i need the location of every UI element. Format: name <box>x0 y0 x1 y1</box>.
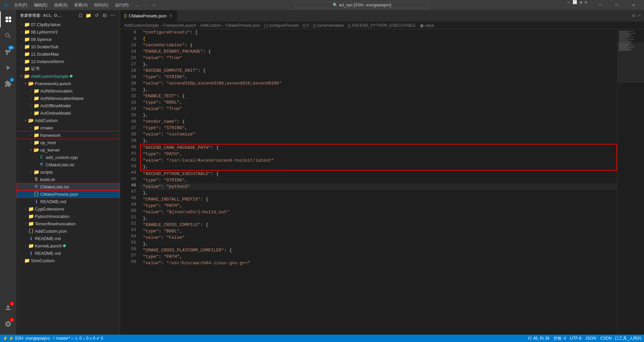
sidebar-item-AddCustom[interactable]: ∨ 📂 AddCustom <box>16 117 120 124</box>
collapse-all-icon[interactable]: ⊟ <box>102 13 108 18</box>
search-activity-icon[interactable] <box>0 27 16 44</box>
breadcrumb-AddCustomSample[interactable]: AddCustomSample <box>124 23 159 28</box>
code-line-47[interactable]: }, <box>140 190 617 196</box>
code-line-54[interactable]: "value": "False" <box>140 234 617 241</box>
run-activity-icon[interactable] <box>0 60 16 76</box>
sidebar-item-LpNormV2[interactable]: › 📁 08.LpNormV2 <box>16 28 120 36</box>
code-line-9[interactable]: { <box>140 36 617 42</box>
ssh-status-item[interactable]: ⚡ ⚡ SSH: orangepiaipro <box>3 336 50 341</box>
menu-run[interactable]: 运行(R) <box>112 2 131 9</box>
breadcrumb-value[interactable]: ▣ value <box>420 23 434 28</box>
code-line-44[interactable]: "ASCEND_PYTHON_EXECUTABLE": { <box>140 171 617 177</box>
code-line-53[interactable]: "type": "BOOL", <box>140 228 617 234</box>
explorer-activity-icon[interactable] <box>0 11 16 27</box>
sidebar-item-add_custom_cpp[interactable]: C add_custom.cpp <box>16 154 120 161</box>
code-line-46[interactable]: "value": "python3" <box>140 183 617 190</box>
menu-edit[interactable]: 编辑(E) <box>31 2 50 9</box>
title-search-box[interactable]: 🔍 acl_ops [SSH: orangepiaipro] <box>295 2 429 8</box>
sidebar-item-ScatterMax[interactable]: › 📁 11.ScatterMax <box>16 50 120 58</box>
code-line-41[interactable]: "type": "PATH", <box>140 151 617 157</box>
sidebar-item-README_md2[interactable]: ℹ README.md <box>16 235 120 242</box>
language-item[interactable]: JSON <box>585 336 596 341</box>
sidebar-item-CMakeLists[interactable]: M CMakeLists.txt <box>16 183 120 190</box>
sidebar-item-InstanceNorm[interactable]: › 📁 12.InstanceNorm <box>16 58 120 65</box>
breadcrumb-ASCEND_PYTHON_EXECUTABLE[interactable]: {} ASCEND_PYTHON_EXECUTABLE <box>348 23 416 28</box>
sidebar-item-AddCustomSample[interactable]: ∨ 📂 AddCustomSample <box>16 72 120 80</box>
breadcrumb-FrameworkLaunch[interactable]: FrameworkLaunch <box>163 23 196 28</box>
code-line-32[interactable]: "ENABLE_TEST": { <box>140 93 617 99</box>
new-file-icon[interactable]: 🗋 <box>77 13 84 18</box>
sidebar-item-cmake[interactable]: › 📁 cmake <box>16 124 120 131</box>
code-line-38[interactable]: "value": "customize" <box>140 131 617 137</box>
settings-activity-icon[interactable]: 1 <box>0 316 16 332</box>
sidebar-item-op_kernel[interactable]: ∨ 📂 op_kernel <box>16 146 120 154</box>
code-line-30[interactable]: "value": "ascend310p;ascend310b;ascend91… <box>140 80 617 87</box>
code-line-42[interactable]: "value": "/usr/local/Ascend/ascend-toolk… <box>140 157 617 164</box>
layout-icon-1[interactable]: ▭ <box>568 0 570 10</box>
code-line-50[interactable]: "value": "${sourceDir}/build_out" <box>140 209 617 215</box>
minimap[interactable] <box>617 29 644 335</box>
refresh-icon[interactable]: ↺ <box>94 13 100 18</box>
code-line-34[interactable]: "value": "True" <box>140 106 617 112</box>
sidebar-item-AclOnlineModel[interactable]: › 📁 AclOnlineModel <box>16 109 120 117</box>
sidebar-item-TensorflowInvocation[interactable]: › 📁 TensorflowInvocation <box>16 220 120 227</box>
layout-icon-2[interactable]: ⬜ <box>573 0 577 10</box>
code-line-55[interactable]: }, <box>140 241 617 247</box>
menu-more[interactable]: ... <box>132 2 141 8</box>
sidebar-item-AddCustom_json[interactable]: {} AddCustom.json <box>16 227 120 235</box>
sidebar-item-Spence[interactable]: › 📁 09.Spence <box>16 36 120 43</box>
code-line-27[interactable]: }, <box>140 61 617 67</box>
code-line-24[interactable]: "ENABLE_BINARY_PACKAGE": { <box>140 48 617 55</box>
maximize-button[interactable]: □ <box>609 0 625 10</box>
code-line-48[interactable]: "CMAKE_INSTALL_PREFIX": { <box>140 196 617 203</box>
code-line-51[interactable]: }, <box>140 215 617 222</box>
sidebar-item-CMakePresets[interactable]: {} CMakePresets.json <box>16 190 120 198</box>
code-line-8[interactable]: "configurePresets": [ <box>140 29 617 36</box>
sidebar-item-KernelLaunch[interactable]: › 📁 KernelLaunch <box>16 242 120 249</box>
sidebar-item-op_host[interactable]: › 📁 op_host <box>16 139 120 146</box>
breadcrumb-cacheVariables[interactable]: {} cacheVariables <box>313 23 344 28</box>
sidebar-item-ScatterSub[interactable]: › 📁 10.ScatterSub <box>16 43 120 50</box>
sidebar-item-PytorchInvocation[interactable]: › 📁 PytorchInvocation <box>16 213 120 220</box>
sidebar-item-AclOfflineModel[interactable]: › 📁 AclOfflineModel <box>16 102 120 109</box>
code-line-40[interactable]: "ASCEND_CANN_PACKAGE_PATH": { <box>140 144 617 151</box>
git-status-item[interactable]: ⑂ master* ⟳ ⚠ 0 △ 0 ⊗ 0 ✔ 0 <box>53 336 103 341</box>
code-line-26[interactable]: "value": "True" <box>140 55 617 61</box>
layout-icon-4[interactable]: ⊞ <box>585 0 587 10</box>
menu-view[interactable]: 查看(V) <box>71 2 90 9</box>
breadcrumb-configurePresets[interactable]: [ ] configurePresets <box>264 23 299 28</box>
new-folder-icon[interactable]: 📁 <box>86 13 92 18</box>
sidebar-item-build_sh[interactable]: $ build.sh <box>16 176 120 183</box>
more-actions-icon[interactable]: ⋯ <box>637 12 641 19</box>
code-line-31[interactable]: }, <box>140 87 617 93</box>
sidebar-item-AclNNInvocation[interactable]: › 📁 AclNNInvocation <box>16 87 120 95</box>
encoding-item[interactable]: UTF-8 <box>570 336 581 341</box>
tab-CMakePresets[interactable]: {} CMakePresets.json ✕ <box>120 10 177 21</box>
code-line-39[interactable]: }, <box>140 137 617 144</box>
breadcrumb-AddCustom[interactable]: AddCustom <box>200 23 221 28</box>
code-line-28[interactable]: "ASCEND_COMPUTE_UNIT": { <box>140 67 617 74</box>
remote-activity-icon[interactable]: 1 <box>0 300 16 316</box>
sidebar-item-AclNNInvocationNaive[interactable]: › 📁 AclNNInvocationNaive <box>16 95 120 102</box>
split-editor-icon[interactable]: ⊡ <box>632 12 636 19</box>
code-line-29[interactable]: "type": "STRING", <box>140 74 617 80</box>
sidebar-item-SinhCustom[interactable]: › 📁 SinhCustom <box>16 257 120 264</box>
code-line-43[interactable]: }, <box>140 164 617 171</box>
code-line-57[interactable]: "type": "PATH", <box>140 253 617 260</box>
tab-close-CMakePresets[interactable]: ✕ <box>169 13 173 18</box>
code-line-33[interactable]: "type": "BOOL", <box>140 99 617 106</box>
sidebar-item-README_md3[interactable]: ℹ README.md <box>16 249 120 257</box>
cursor-position-item[interactable]: 行 46, 列 39 <box>528 336 549 341</box>
sidebar-item-scripts[interactable]: › 📁 scripts <box>16 168 120 176</box>
sidebar-item-framework[interactable]: › 📁 framework <box>16 131 120 139</box>
indent-item[interactable]: 空格: 4 <box>553 336 566 341</box>
sidebar-item-CppExtensions[interactable]: › 📁 CppExtensions <box>16 205 120 213</box>
sidebar-item-FrameworkLaunch[interactable]: ∨ 📂 FrameworkLaunch <box>16 80 120 87</box>
breadcrumb-file[interactable]: CMakePresets.json <box>225 23 260 28</box>
breadcrumb-0[interactable]: {} 0 <box>303 23 309 28</box>
forward-arrow[interactable]: → <box>151 2 156 8</box>
code-content[interactable]: "configurePresets": [{"cacheVariables": … <box>140 29 617 335</box>
sidebar-more-icon[interactable]: ⋯ <box>110 13 116 18</box>
code-line-56[interactable]: "CMAKE_CROSS_PLATFORM_COMPILER": { <box>140 247 617 253</box>
minimize-button[interactable]: — <box>592 0 608 10</box>
